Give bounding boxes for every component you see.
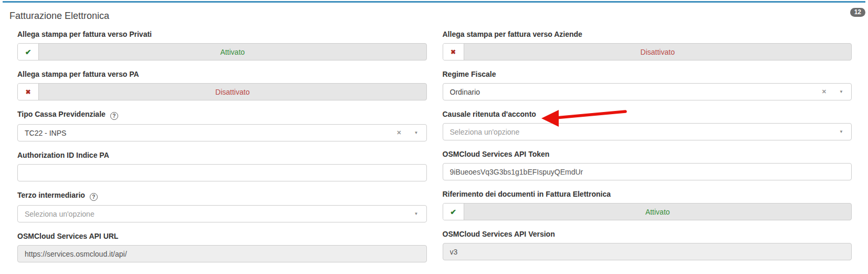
api-url-input: [17, 245, 427, 262]
toggle-riferimento-documenti[interactable]: ✔ Attivato: [443, 203, 852, 220]
field-label: Allega stampa per fattura verso PA: [17, 70, 427, 79]
fatturazione-panel: Fatturazione Elettronica 12 Allega stamp…: [3, 1, 865, 274]
field-api-token: OSMCloud Services API Token: [443, 150, 852, 180]
toggle-status: Attivato: [464, 204, 852, 220]
chevron-down-icon: ▼: [414, 212, 419, 216]
field-label: Authorization ID Indice PA: [17, 151, 427, 160]
toggle-status: Disattivato: [464, 44, 852, 60]
left-column: Allega stampa per fattura verso Privati …: [17, 30, 427, 272]
settings-form: Allega stampa per fattura verso Privati …: [3, 27, 865, 272]
field-api-version: OSMCloud Services API Version: [443, 230, 852, 260]
field-api-url: OSMCloud Services API URL: [17, 232, 427, 262]
field-riferimento-documenti: Riferimento dei documenti in Fattura Ele…: [443, 190, 852, 220]
field-label: Allega stampa per fattura verso Privati: [17, 30, 427, 39]
page-title: Fatturazione Elettronica: [9, 10, 865, 22]
field-label: Riferimento dei documenti in Fattura Ele…: [443, 190, 852, 199]
check-icon: ✔: [443, 204, 464, 220]
check-icon: ✔: [18, 44, 39, 60]
terzo-intermediario-select[interactable]: Seleziona un'opzione ▼: [17, 205, 427, 222]
field-label-text: Tipo Cassa Previdenziale: [17, 110, 106, 118]
panel-header: Fatturazione Elettronica 12: [3, 3, 865, 27]
toggle-allega-stampa-privati[interactable]: ✔ Attivato: [17, 43, 427, 60]
count-badge: 12: [850, 8, 865, 17]
cross-icon: ✖: [443, 44, 464, 60]
field-tipo-cassa-previdenziale: Tipo Cassa Previdenziale ? TC22 - INPS ✕…: [17, 110, 427, 141]
regime-fiscale-select[interactable]: Ordinario ✕ ▼: [443, 83, 852, 100]
field-label-text: Terzo intermediario: [17, 191, 85, 199]
clear-icon[interactable]: ✕: [822, 89, 827, 95]
field-label: Regime Fiscale: [443, 70, 852, 79]
select-placeholder: Seleziona un'opzione: [450, 128, 840, 136]
field-label: Allega stampa per fattura verso Aziende: [443, 30, 852, 39]
help-icon[interactable]: ?: [110, 112, 118, 120]
tipo-cassa-select[interactable]: TC22 - INPS ✕ ▼: [17, 124, 427, 141]
chevron-down-icon: ▼: [839, 130, 843, 134]
field-regime-fiscale: Regime Fiscale Ordinario ✕ ▼: [443, 70, 852, 100]
api-token-input[interactable]: [443, 163, 852, 180]
field-allega-stampa-privati: Allega stampa per fattura verso Privati …: [17, 30, 427, 60]
select-placeholder: Seleziona un'opzione: [25, 210, 414, 218]
toggle-status: Attivato: [39, 44, 426, 60]
field-label: Tipo Cassa Previdenziale ?: [17, 110, 427, 120]
cross-icon: ✖: [18, 84, 39, 100]
field-allega-stampa-pa: Allega stampa per fattura verso PA ✖ Dis…: [17, 70, 427, 100]
field-label: OSMCloud Services API Token: [443, 150, 852, 159]
chevron-down-icon: ▼: [839, 90, 843, 94]
authorization-id-input[interactable]: [17, 164, 427, 181]
field-label: OSMCloud Services API URL: [17, 232, 427, 241]
field-label: OSMCloud Services API Version: [443, 230, 852, 239]
toggle-allega-stampa-pa[interactable]: ✖ Disattivato: [17, 83, 427, 100]
chevron-down-icon: ▼: [414, 131, 419, 135]
api-version-input: [443, 243, 852, 260]
field-terzo-intermediario: Terzo intermediario ? Seleziona un'opzio…: [17, 191, 427, 222]
clear-icon[interactable]: ✕: [396, 130, 401, 136]
field-label: Causale ritenuta d'acconto: [443, 110, 852, 119]
field-causale-ritenuta: Causale ritenuta d'acconto Seleziona un'…: [443, 110, 852, 140]
toggle-allega-stampa-aziende[interactable]: ✖ Disattivato: [443, 43, 852, 60]
field-allega-stampa-aziende: Allega stampa per fattura verso Aziende …: [443, 30, 852, 60]
page: Fatturazione Elettronica 12 Allega stamp…: [0, 0, 868, 274]
field-authorization-id: Authorization ID Indice PA: [17, 151, 427, 181]
right-column: Allega stampa per fattura verso Aziende …: [443, 30, 852, 272]
causale-ritenuta-select[interactable]: Seleziona un'opzione ▼: [443, 123, 852, 140]
select-value: Ordinario: [450, 88, 822, 96]
field-label: Terzo intermediario ?: [17, 191, 427, 201]
select-value: TC22 - INPS: [25, 129, 396, 137]
help-icon[interactable]: ?: [90, 193, 98, 201]
toggle-status: Disattivato: [39, 84, 426, 100]
